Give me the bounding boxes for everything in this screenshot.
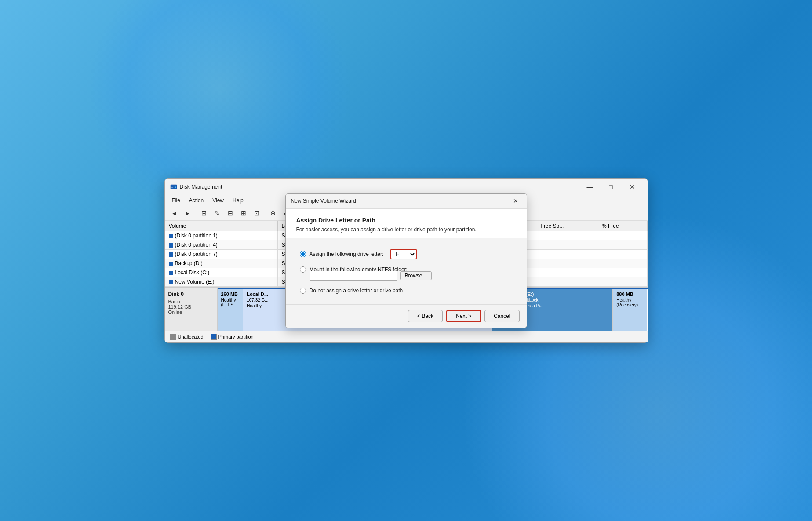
option1-label: Assign the following drive letter: — [310, 251, 384, 257]
option2-radio[interactable] — [300, 266, 306, 273]
radio-group: Assign the following drive letter: F G H… — [300, 249, 513, 294]
ntfs-row: Browse... — [310, 271, 513, 281]
back-button[interactable]: < Back — [408, 310, 443, 322]
disk-management-window: Disk Management — □ ✕ File Action View H… — [164, 178, 648, 343]
option2-group: Mount in the following empty NTFS folder… — [300, 266, 513, 281]
dialog-header: Assign Drive Letter or Path For easier a… — [286, 209, 527, 238]
option3-label: Do not assign a drive letter or drive pa… — [310, 288, 403, 294]
option3-radio[interactable] — [300, 288, 306, 294]
dialog-close-button[interactable]: ✕ — [510, 196, 521, 206]
dialog-overlay: New Simple Volume Wizard ✕ Assign Drive … — [165, 179, 648, 342]
dialog-footer: < Back Next > Cancel — [286, 304, 527, 328]
option1-row: Assign the following drive letter: F G H… — [300, 249, 513, 259]
dialog-header-desc: For easier access, you can assign a driv… — [296, 226, 516, 233]
dialog-title-bar: New Simple Volume Wizard ✕ — [286, 194, 527, 209]
option1-radio[interactable] — [300, 251, 306, 257]
option3-row: Do not assign a drive letter or drive pa… — [300, 288, 513, 294]
dialog-header-title: Assign Drive Letter or Path — [296, 217, 516, 224]
new-simple-volume-dialog: New Simple Volume Wizard ✕ Assign Drive … — [285, 193, 527, 328]
dialog-title: New Simple Volume Wizard — [291, 198, 510, 204]
ntfs-folder-input[interactable] — [310, 271, 397, 281]
drive-letter-select[interactable]: F G H I — [390, 249, 417, 259]
dialog-body: Assign the following drive letter: F G H… — [286, 238, 527, 304]
cancel-button[interactable]: Cancel — [484, 310, 519, 322]
next-button[interactable]: Next > — [446, 310, 481, 322]
browse-button[interactable]: Browse... — [400, 271, 432, 280]
